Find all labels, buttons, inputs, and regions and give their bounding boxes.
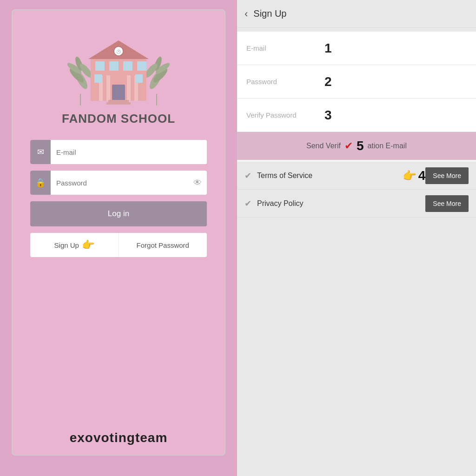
svg-rect-27 [108, 100, 129, 102]
send-verify-label: Send Verif [306, 142, 341, 150]
verify-password-field-number: 3 [324, 108, 332, 123]
signup-button[interactable]: Sign Up 👉 [30, 233, 119, 257]
phone-frame: 🕐 [12, 9, 225, 456]
svg-rect-17 [106, 75, 110, 101]
svg-rect-23 [123, 61, 132, 71]
forgot-password-button[interactable]: Forgot Password [119, 233, 207, 257]
terms-of-service-row: ✔ Terms of Service 👉 4 See More [237, 162, 476, 190]
svg-rect-21 [95, 61, 105, 71]
signup-label: Sign Up [54, 241, 79, 249]
svg-rect-28 [106, 102, 131, 105]
gray-fill-area [237, 218, 476, 476]
privacy-policy-row: ✔ Privacy Policy See More [237, 190, 476, 218]
password-field-row: Password 2 [237, 65, 476, 99]
svg-text:🕐: 🕐 [116, 49, 121, 54]
svg-rect-26 [135, 74, 143, 83]
back-arrow[interactable]: ‹ [245, 8, 248, 20]
svg-rect-25 [94, 74, 102, 83]
eye-icon[interactable]: 👁 [188, 171, 207, 195]
send-verify-number: 5 [357, 139, 364, 153]
bottom-buttons: Sign Up 👉 Forgot Password [30, 233, 207, 257]
email-field-row: E-mail 1 [237, 32, 476, 65]
send-verify-button[interactable]: Send Verif ✔ 5 ation E-mail [306, 139, 407, 153]
lock-icon: 🔒 [30, 171, 51, 195]
svg-rect-24 [137, 61, 146, 71]
pointer-emoji-left: 👉 [82, 239, 94, 251]
privacy-see-more-button[interactable]: See More [425, 195, 469, 212]
password-input-row: 🔒 👁 [30, 171, 207, 195]
privacy-check-icon: ✔ [245, 198, 251, 209]
svg-rect-20 [112, 85, 125, 101]
divider-top [237, 28, 476, 32]
password-field-label: Password [246, 78, 321, 86]
number-4-badge: 4 [418, 168, 426, 183]
terms-check-icon: ✔ [245, 171, 251, 181]
signup-title: Sign Up [253, 8, 286, 19]
svg-rect-22 [109, 61, 119, 71]
email-field-number: 1 [324, 41, 332, 56]
email-input[interactable] [51, 140, 207, 164]
terms-of-service-label: Terms of Service [257, 172, 403, 180]
school-logo-area: 🕐 [62, 33, 175, 126]
right-panel: ‹ Sign Up E-mail 1 Password 2 Verify Pas… [237, 0, 476, 476]
send-verify-section: Send Verif ✔ 5 ation E-mail [237, 132, 476, 160]
password-field-number: 2 [324, 74, 332, 89]
left-panel: 🕐 [0, 0, 237, 476]
terms-section: ✔ Terms of Service 👉 4 See More ✔ Privac… [237, 162, 476, 218]
password-input[interactable] [51, 171, 188, 195]
terms-see-more-button[interactable]: See More [425, 167, 469, 184]
email-input-row: ✉ [30, 140, 207, 164]
email-icon: ✉ [30, 140, 51, 164]
login-button[interactable]: Log in [30, 201, 207, 226]
send-verify-label-2: ation E-mail [367, 142, 406, 150]
school-building-illustration: 🕐 [63, 33, 174, 108]
email-field-label: E-mail [246, 44, 321, 52]
signup-header: ‹ Sign Up [237, 0, 476, 28]
watermark: exovotingteam [70, 430, 168, 445]
checkmark-icon: ✔ [344, 140, 353, 152]
verify-password-field-label: Verify Password [246, 111, 321, 119]
verify-password-field-row: Verify Password 3 [237, 99, 476, 132]
pointer-emoji-right: 👉 [403, 169, 416, 182]
svg-rect-18 [127, 75, 131, 101]
school-name: FANDOM SCHOOL [62, 112, 175, 126]
privacy-policy-label: Privacy Policy [257, 199, 425, 208]
